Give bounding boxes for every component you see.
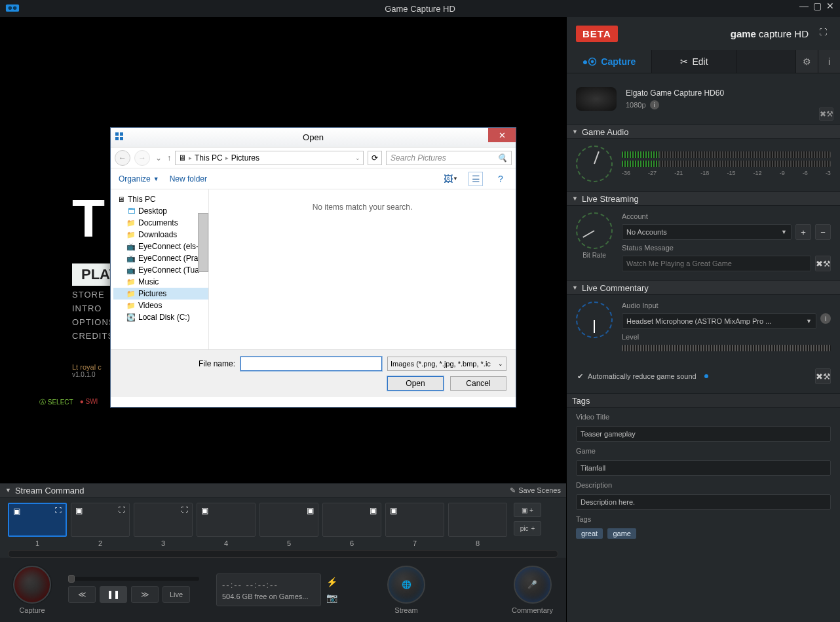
- open-button[interactable]: Open: [387, 376, 444, 391]
- stream-button[interactable]: 🌐: [387, 566, 425, 604]
- tree-scrollbar[interactable]: [198, 213, 208, 272]
- tag-chip[interactable]: game: [607, 528, 636, 539]
- record-button[interactable]: [13, 566, 51, 604]
- game-switch-hint: SWI: [86, 398, 98, 405]
- scene-1[interactable]: ▣⛶1: [8, 503, 67, 547]
- edit-icon: ✂: [680, 56, 688, 67]
- tab-capture[interactable]: ●⦿Capture: [567, 50, 652, 73]
- dialog-close-button[interactable]: ✕: [488, 128, 516, 142]
- tree-music[interactable]: 📁Music: [113, 276, 208, 288]
- view-preview-icon[interactable]: 🖼 ▼: [444, 172, 458, 186]
- scenes-scrollbar[interactable]: [8, 550, 558, 558]
- cancel-button[interactable]: Cancel: [450, 376, 506, 391]
- tree-videos[interactable]: 📁Videos: [113, 300, 208, 311]
- commentary-dial[interactable]: [576, 301, 613, 338]
- fullscreen-icon[interactable]: ⛶: [819, 28, 831, 39]
- svg-rect-6: [120, 137, 123, 140]
- flashback-icon[interactable]: ⚡: [326, 577, 337, 587]
- screenshot-icon[interactable]: 📷: [326, 593, 337, 603]
- tab-edit[interactable]: ✂Edit: [652, 50, 737, 73]
- nav-up-button[interactable]: ↑: [167, 153, 171, 163]
- collapse-icon[interactable]: ▼: [5, 487, 11, 494]
- save-scenes-button[interactable]: ✎Save Scenes: [510, 486, 561, 495]
- info-button[interactable]: i: [818, 50, 840, 73]
- streaming-settings-button[interactable]: ✖⚒: [815, 256, 831, 271]
- db-label: -18: [700, 170, 709, 176]
- settings-button[interactable]: ⚙: [795, 50, 818, 73]
- description-label: Description: [576, 481, 831, 489]
- breadcrumb-pictures[interactable]: Pictures: [231, 153, 259, 163]
- device-settings-button[interactable]: ✖⚒: [819, 107, 833, 121]
- remove-account-button[interactable]: −: [815, 224, 831, 240]
- filetype-filter[interactable]: Images (*.png, *.jpg, *.bmp, *.ic⌄: [387, 357, 506, 371]
- svg-point-2: [13, 7, 16, 10]
- tag-chip[interactable]: great: [576, 528, 603, 539]
- commentary-settings-button[interactable]: ✖⚒: [815, 368, 831, 384]
- scene-2[interactable]: ▣⛶2: [71, 503, 130, 547]
- nav-back-button[interactable]: ←: [115, 150, 130, 166]
- nav-recent-dropdown[interactable]: ⌄: [154, 153, 163, 163]
- scene-label: 6: [322, 539, 381, 547]
- help-icon[interactable]: ?: [493, 172, 508, 186]
- tree-pictures[interactable]: 📁Pictures: [113, 288, 208, 300]
- organize-menu[interactable]: Organize ▼: [119, 174, 159, 184]
- commentary-label: Commentary: [512, 606, 553, 614]
- camera-icon: ▣: [13, 507, 20, 516]
- tree-documents[interactable]: 📁Documents: [113, 217, 208, 229]
- new-folder-button[interactable]: New folder: [170, 174, 207, 184]
- playback-slider[interactable]: [68, 577, 199, 581]
- forward-button[interactable]: ≫: [131, 586, 159, 603]
- tree-eyeconnect-2[interactable]: 📺EyeConnect (Pra: [113, 252, 208, 264]
- tree-localdisk[interactable]: 💽Local Disk (C:): [113, 311, 208, 323]
- search-input[interactable]: Search Pictures 🔍: [386, 151, 512, 165]
- window-title: Game Capture HD: [385, 4, 455, 14]
- add-pic-scene-button[interactable]: pic +: [514, 521, 541, 535]
- add-account-button[interactable]: +: [795, 224, 811, 240]
- live-button[interactable]: Live: [162, 586, 190, 603]
- view-details-icon[interactable]: ☰: [468, 172, 483, 186]
- scene-3[interactable]: ⛶3: [134, 503, 193, 547]
- commentary-button[interactable]: 🎤: [514, 566, 552, 604]
- minimize-button[interactable]: —: [798, 0, 810, 12]
- db-label: -6: [803, 170, 808, 176]
- audio-info-icon[interactable]: i: [820, 313, 831, 324]
- scene-5[interactable]: ▣5: [259, 503, 318, 547]
- address-bar[interactable]: 🖥 ▸ This PC ▸ Pictures ⌄: [175, 151, 364, 165]
- time-display: --:-- --:--:--: [222, 580, 315, 590]
- tree-thispc[interactable]: 🖥This PC: [113, 193, 208, 205]
- tree-eyeconnect-3[interactable]: 📺EyeConnect (Tua: [113, 264, 208, 276]
- nav-forward-button[interactable]: →: [134, 150, 150, 166]
- device-resolution: 1080p: [626, 101, 646, 109]
- pause-button[interactable]: ❚❚: [100, 586, 127, 603]
- game-input[interactable]: Titanfall: [576, 460, 831, 476]
- audio-input-select[interactable]: Headset Microphone (ASTRO MixAmp Pro ...…: [622, 313, 816, 329]
- status-label: Status Message: [622, 244, 831, 252]
- device-info-icon[interactable]: i: [650, 100, 659, 109]
- tree-desktop[interactable]: 🗔Desktop: [113, 205, 208, 217]
- auto-reduce-checkbox[interactable]: ✔: [576, 372, 584, 380]
- add-cam-scene-button[interactable]: ▣ +: [514, 503, 541, 517]
- video-title-input[interactable]: Teaser gameplay: [576, 426, 831, 442]
- maximize-button[interactable]: ▢: [811, 0, 823, 12]
- folder-tree[interactable]: 🖥This PC 🗔Desktop 📁Documents 📁Downloads …: [111, 189, 209, 349]
- open-file-dialog: Open ✕ ← → ⌄ ↑ 🖥 ▸ This PC ▸ Pictures ⌄: [110, 127, 516, 408]
- bitrate-dial[interactable]: [576, 212, 613, 249]
- filename-input[interactable]: [240, 357, 382, 371]
- game-audio-dial[interactable]: [576, 146, 613, 182]
- tree-eyeconnect-1[interactable]: 📺EyeConnect (els-: [113, 241, 208, 252]
- db-label: -3: [826, 170, 831, 176]
- scene-6[interactable]: ▣6: [322, 503, 381, 547]
- breadcrumb-thispc[interactable]: This PC: [195, 153, 223, 163]
- refresh-button[interactable]: ⟳: [368, 151, 382, 165]
- account-select[interactable]: No Accounts▼: [622, 224, 792, 240]
- gear-icon: ⚙: [803, 56, 811, 67]
- scene-4[interactable]: ▣4: [197, 503, 256, 547]
- rewind-button[interactable]: ≪: [68, 586, 96, 603]
- tree-downloads[interactable]: 📁Downloads: [113, 229, 208, 241]
- stream-command-title: Stream Command: [15, 486, 84, 496]
- description-input[interactable]: Description here.: [576, 494, 831, 510]
- scene-8[interactable]: 8: [448, 503, 507, 547]
- scene-7[interactable]: ▣7: [385, 503, 444, 547]
- status-input[interactable]: Watch Me Playing a Great Game: [622, 256, 811, 271]
- close-button[interactable]: ✕: [824, 0, 836, 12]
